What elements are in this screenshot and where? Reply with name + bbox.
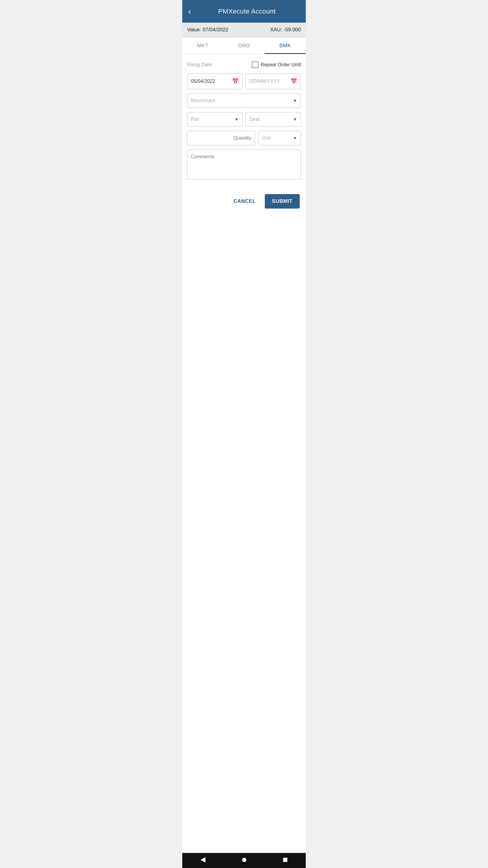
fixing-date-input[interactable]: 05/04/2022 📅 (187, 73, 242, 89)
app-header: ‹ PMXecute Account (182, 0, 306, 23)
deal-chevron-icon: ▼ (293, 117, 297, 122)
benchmark-label: Benchmark (191, 98, 216, 103)
tab-ord[interactable]: ORD (224, 37, 265, 54)
unit-chevron-icon: ▼ (293, 135, 297, 141)
date-row: 05/04/2022 📅 DD/MM/YYYY 📅 (187, 73, 301, 89)
main-content: Fixing Date: Repeat Order Until 05/04/20… (182, 54, 306, 853)
repeat-until-date-input[interactable]: DD/MM/YYYY 📅 (246, 73, 301, 89)
repeat-order-checkbox[interactable] (252, 61, 258, 68)
fixing-date-label: Fixing Date: (187, 62, 213, 67)
calendar-icon-1: 📅 (232, 78, 238, 85)
back-button[interactable]: ‹ (188, 7, 191, 16)
repeat-order-label: Repeat Order Until (261, 62, 301, 67)
benchmark-dropdown[interactable]: Benchmark ▼ (187, 93, 301, 108)
pair-chevron-icon: ▼ (234, 117, 238, 122)
unit-dropdown[interactable]: Unit ▼ (258, 131, 301, 145)
repeat-until-placeholder: DD/MM/YYYY (250, 79, 280, 84)
tab-bar: MKT ORD BMK (182, 37, 306, 54)
action-buttons: CANCEL SUBMIT (187, 194, 301, 209)
unit-label: Unit (262, 135, 270, 141)
info-bar: Value: 07/04/2022 XAU: -59.000 (182, 23, 306, 37)
tab-mkt[interactable]: MKT (182, 37, 224, 54)
submit-button[interactable]: SUBMIT (265, 194, 300, 209)
repeat-order-group: Repeat Order Until (252, 61, 301, 68)
bottom-nav (182, 853, 306, 868)
benchmark-chevron-icon: ▼ (293, 98, 297, 103)
value-date: Value: 07/04/2022 (187, 27, 228, 33)
back-nav-icon[interactable] (201, 857, 205, 863)
cancel-button[interactable]: CANCEL (229, 195, 260, 207)
deal-dropdown[interactable]: Deal ▼ (246, 112, 301, 127)
fixing-date-value: 05/04/2022 (191, 79, 215, 84)
deal-label: Deal (250, 117, 259, 122)
xau-value: XAU: -59.000 (270, 27, 301, 33)
quantity-unit-row: Unit ▼ (187, 131, 301, 145)
home-nav-icon[interactable] (242, 858, 247, 862)
fixing-date-row: Fixing Date: Repeat Order Until (187, 61, 301, 68)
page-title: PMXecute Account (194, 7, 300, 16)
pair-dropdown[interactable]: Pair ▼ (187, 112, 242, 127)
pair-deal-row: Pair ▼ Deal ▼ (187, 112, 301, 127)
tab-bmk[interactable]: BMK (264, 37, 306, 54)
quantity-input[interactable] (187, 131, 255, 145)
calendar-icon-2: 📅 (290, 78, 297, 85)
recent-nav-icon[interactable] (283, 858, 287, 862)
pair-label: Pair (191, 117, 199, 122)
comments-input[interactable] (187, 150, 301, 180)
